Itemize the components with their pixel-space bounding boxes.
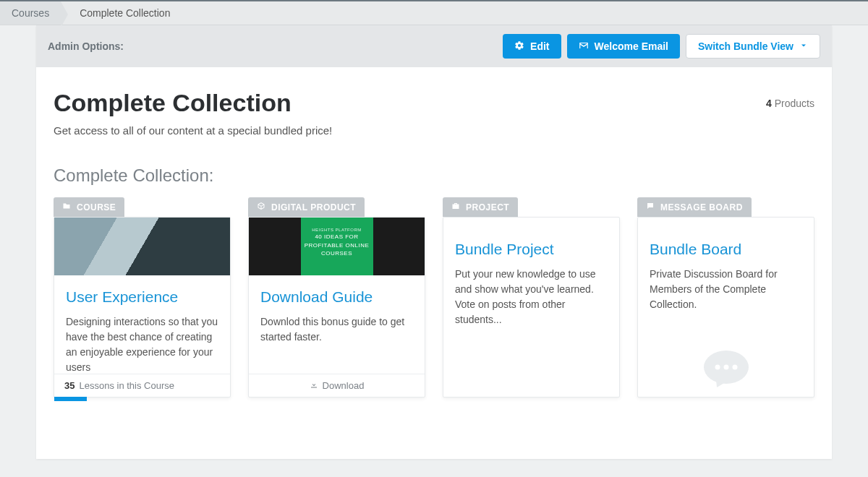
envelope-icon	[579, 40, 589, 53]
page-subtitle: Get access to all of our content at a sp…	[36, 124, 832, 151]
gear-icon	[514, 40, 524, 53]
card-project-body: Bundle Project Put your new knowledge to…	[443, 217, 620, 398]
card-board-body: Bundle Board Private Discussion Board fo…	[637, 217, 814, 398]
course-progress-bar	[54, 397, 87, 401]
card-course-footer: 35 Lessons in this Course	[54, 374, 230, 397]
admin-buttons: Edit Welcome Email Switch Bundle View	[503, 34, 820, 59]
card-board[interactable]: MESSAGE BOARD Bundle Board Private Discu…	[637, 197, 814, 398]
card-course[interactable]: COURSE User Experience Designing interac…	[54, 197, 231, 398]
card-project-desc: Put your new knowledge to use and show w…	[455, 267, 608, 327]
switch-view-label: Switch Bundle View	[698, 40, 793, 52]
chat-icon	[646, 202, 655, 212]
card-tag-board: MESSAGE BOARD	[637, 197, 752, 217]
briefcase-icon	[451, 202, 460, 212]
product-count-label: Products	[775, 98, 814, 109]
digital-img-text: 40 IDEAS FOR PROFITABLE ONLINE COURSES	[301, 233, 373, 257]
card-course-image	[54, 218, 230, 275]
card-board-title[interactable]: Bundle Board	[650, 241, 802, 258]
chevron-down-icon	[799, 40, 808, 52]
course-lessons-count: 35	[64, 380, 75, 391]
card-tag-course: COURSE	[54, 197, 124, 217]
card-course-title[interactable]: User Experience	[66, 288, 218, 306]
main-panel: Admin Options: Edit Welcome Email Switch…	[36, 25, 832, 459]
welcome-email-label: Welcome Email	[595, 40, 668, 52]
digital-img-brand: HEIGHTS PLATFORM	[301, 227, 373, 233]
card-digital-body: HEIGHTS PLATFORM 40 IDEAS FOR PROFITABLE…	[248, 217, 425, 398]
card-digital-footer-label: Download	[323, 380, 365, 391]
card-digital-title[interactable]: Download Guide	[260, 288, 413, 306]
card-digital-image: HEIGHTS PLATFORM 40 IDEAS FOR PROFITABLE…	[249, 218, 425, 275]
admin-options-bar: Admin Options: Edit Welcome Email Switch…	[36, 25, 832, 67]
card-tag-board-label: MESSAGE BOARD	[660, 202, 743, 212]
breadcrumb: Courses Complete Collection	[0, 0, 868, 25]
edit-button[interactable]: Edit	[503, 34, 561, 59]
chat-bubble-icon	[704, 351, 749, 384]
card-digital[interactable]: DIGITAL PRODUCT HEIGHTS PLATFORM 40 IDEA…	[248, 197, 425, 398]
card-course-desc: Designing interactions so that you have …	[66, 314, 218, 374]
page-header: Complete Collection 4 Products	[36, 67, 832, 124]
product-count-number: 4	[766, 98, 772, 109]
download-icon	[310, 380, 318, 391]
breadcrumb-root[interactable]: Courses	[0, 1, 61, 25]
folder-icon	[62, 202, 71, 212]
card-course-body: User Experience Designing interactions s…	[54, 217, 231, 398]
card-digital-desc: Downlod this bonus guide to get started …	[260, 314, 413, 345]
card-project[interactable]: PROJECT Bundle Project Put your new know…	[443, 197, 620, 398]
card-board-desc: Private Discussion Board for Members of …	[650, 267, 802, 312]
card-tag-digital-label: DIGITAL PRODUCT	[271, 202, 356, 212]
breadcrumb-current: Complete Collection	[61, 1, 182, 25]
switch-bundle-view-button[interactable]: Switch Bundle View	[686, 34, 820, 59]
card-project-title[interactable]: Bundle Project	[455, 241, 608, 258]
product-count: 4 Products	[766, 98, 814, 109]
cube-icon	[257, 202, 265, 212]
card-digital-footer[interactable]: Download	[249, 374, 425, 397]
section-title: Complete Collection:	[36, 151, 832, 197]
card-tag-project-label: PROJECT	[466, 202, 509, 212]
edit-button-label: Edit	[530, 40, 549, 52]
card-tag-project: PROJECT	[443, 197, 518, 217]
course-lessons-label: Lessons in this Course	[79, 380, 174, 391]
page-title: Complete Collection	[54, 89, 292, 117]
card-tag-digital: DIGITAL PRODUCT	[248, 197, 365, 217]
welcome-email-button[interactable]: Welcome Email	[567, 34, 680, 59]
admin-options-label: Admin Options:	[48, 40, 124, 52]
card-tag-course-label: COURSE	[77, 202, 116, 212]
cards-grid: COURSE User Experience Designing interac…	[36, 197, 832, 419]
